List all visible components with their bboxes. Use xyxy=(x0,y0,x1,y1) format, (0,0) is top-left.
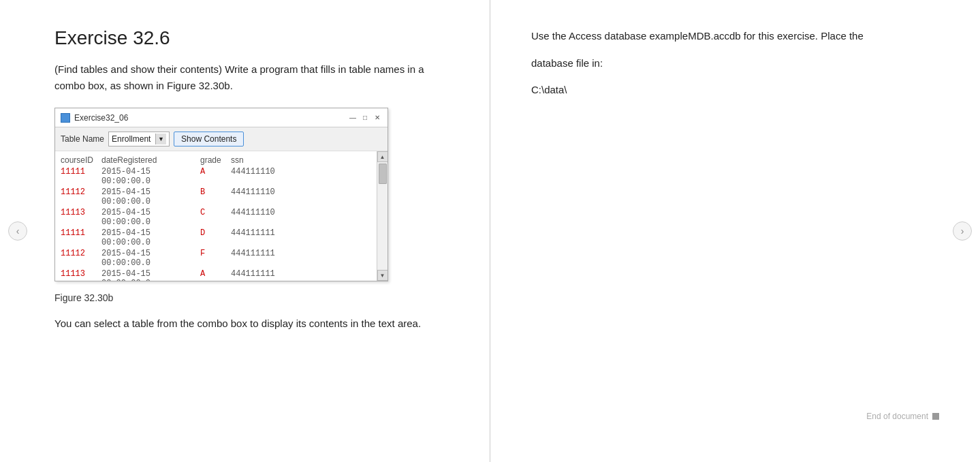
table-row: 11111 2015-04-15 00:00:00.0 D 444111111 xyxy=(55,228,388,248)
dialog-title: Exercise32_06 xyxy=(74,113,128,123)
dialog-toolbar: Table Name Enrollment ▼ Show Contents xyxy=(55,127,388,151)
figure-label: Figure 32.30b xyxy=(54,292,449,303)
scroll-up-button[interactable]: ▲ xyxy=(377,151,388,162)
table-name-label: Table Name xyxy=(61,134,104,144)
cell-id: 11111 xyxy=(61,228,101,247)
table-header-row: courseID dateRegistered grade ssn xyxy=(55,154,388,166)
header-courseID: courseID xyxy=(61,155,101,165)
nav-right-button[interactable]: › xyxy=(953,221,972,241)
cell-id: 11112 xyxy=(61,249,101,268)
right-text: Use the Access database exampleMDB.accdb… xyxy=(531,27,939,99)
cell-date: 2015-04-15 00:00:00.0 xyxy=(101,249,200,268)
dialog-box: Exercise32_06 — □ ✕ Table Name Enrollmen… xyxy=(54,108,388,281)
end-of-doc-label: End of document xyxy=(866,412,928,421)
cell-grade: A xyxy=(200,269,231,281)
cell-date: 2015-04-15 00:00:00.0 xyxy=(101,269,200,281)
scroll-down-button[interactable]: ▼ xyxy=(377,270,388,281)
cell-grade: D xyxy=(200,228,231,247)
scrollbar[interactable]: ▲ ▼ xyxy=(377,151,388,281)
cell-id: 11112 xyxy=(61,187,101,206)
cell-grade: A xyxy=(200,167,231,186)
cell-date: 2015-04-15 00:00:00.0 xyxy=(101,208,200,227)
combo-arrow-icon[interactable]: ▼ xyxy=(155,134,166,144)
header-dateRegistered: dateRegistered xyxy=(101,155,200,165)
exercise-description2: You can select a table from the combo bo… xyxy=(54,315,449,332)
cell-date: 2015-04-15 00:00:00.0 xyxy=(101,167,200,186)
close-button[interactable]: ✕ xyxy=(373,113,382,123)
minimize-button[interactable]: — xyxy=(348,113,358,123)
cell-ssn: 444111111 xyxy=(231,228,285,247)
cell-ssn: 444111111 xyxy=(231,249,285,268)
chevron-right-icon: › xyxy=(961,226,964,236)
nav-left-button[interactable]: ‹ xyxy=(8,221,27,241)
dialog-app-icon xyxy=(61,113,70,123)
show-contents-button[interactable]: Show Contents xyxy=(174,132,244,147)
cell-ssn: 444111110 xyxy=(231,187,285,206)
cell-grade: C xyxy=(200,208,231,227)
combo-value: Enrollment xyxy=(112,134,155,144)
end-of-doc-marker xyxy=(932,413,939,420)
table-row: 11113 2015-04-15 00:00:00.0 C 444111110 xyxy=(55,207,388,228)
cell-ssn: 444111110 xyxy=(231,208,285,227)
end-of-document: End of document xyxy=(866,412,939,421)
maximize-button[interactable]: □ xyxy=(360,113,370,123)
cell-grade: F xyxy=(200,249,231,268)
cell-ssn: 444111110 xyxy=(231,167,285,186)
table-row: 11111 2015-04-15 00:00:00.0 A 444111110 xyxy=(55,166,388,187)
header-ssn: ssn xyxy=(231,155,285,165)
chevron-left-icon: ‹ xyxy=(16,226,20,236)
table-area: courseID dateRegistered grade ssn 11111 … xyxy=(55,151,388,281)
cell-grade: B xyxy=(200,187,231,206)
exercise-title: Exercise 32.6 xyxy=(54,27,449,49)
right-line2: database file in: xyxy=(531,55,939,72)
header-grade: grade xyxy=(200,155,231,165)
table-row: 11113 2015-04-15 00:00:00.0 A 444111111 xyxy=(55,268,388,281)
table-row: 11112 2015-04-15 00:00:00.0 F 444111111 xyxy=(55,248,388,268)
dialog-titlebar: Exercise32_06 — □ ✕ xyxy=(55,108,388,127)
cell-id: 11111 xyxy=(61,167,101,186)
cell-date: 2015-04-15 00:00:00.0 xyxy=(101,187,200,206)
dialog-content: courseID dateRegistered grade ssn 11111 … xyxy=(55,151,388,281)
scroll-thumb[interactable] xyxy=(379,164,387,184)
right-line1: Use the Access database exampleMDB.accdb… xyxy=(531,27,939,45)
cell-ssn: 444111111 xyxy=(231,269,285,281)
cell-date: 2015-04-15 00:00:00.0 xyxy=(101,228,200,247)
titlebar-left: Exercise32_06 xyxy=(61,113,128,123)
right-panel: Use the Access database exampleMDB.accdb… xyxy=(490,0,980,462)
right-line3: C:\data\ xyxy=(531,81,939,99)
cell-id: 11113 xyxy=(61,208,101,227)
left-panel: Exercise 32.6 (Find tables and show thei… xyxy=(0,0,490,462)
table-row: 11112 2015-04-15 00:00:00.0 B 444111110 xyxy=(55,187,388,207)
table-name-combo[interactable]: Enrollment ▼ xyxy=(108,132,170,147)
exercise-description: (Find tables and show their contents) Wr… xyxy=(54,61,449,94)
titlebar-controls[interactable]: — □ ✕ xyxy=(348,113,382,123)
cell-id: 11113 xyxy=(61,269,101,281)
